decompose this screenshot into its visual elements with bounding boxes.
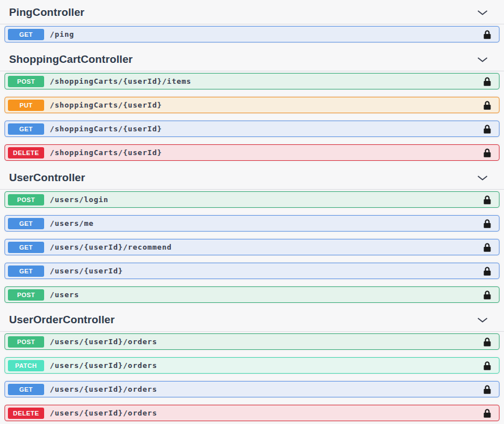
operation-row[interactable]: POST /users bbox=[5, 286, 499, 303]
lock-icon[interactable] bbox=[483, 195, 492, 205]
operation-path: /users/{userId}/orders bbox=[50, 409, 157, 417]
operation-row[interactable]: GET /users/{userId}/orders bbox=[5, 381, 499, 397]
chevron-down-icon[interactable] bbox=[477, 318, 488, 323]
swagger-operations-panel: PingController GET /ping ShoppingCartCon… bbox=[0, 0, 504, 421]
section-title: UserController bbox=[9, 172, 85, 184]
operation-row[interactable]: PUT /shoppingCarts/{userId} bbox=[5, 97, 499, 113]
lock-icon[interactable] bbox=[483, 29, 492, 40]
method-badge: POST bbox=[8, 336, 44, 348]
section-header-ping-controller[interactable]: PingController bbox=[0, 3, 504, 24]
operation-path: /users/{userId}/orders bbox=[50, 385, 157, 393]
method-badge: GET bbox=[8, 29, 44, 40]
section-title: PingController bbox=[9, 6, 84, 19]
lock-icon[interactable] bbox=[483, 148, 492, 158]
operation-path: /users/{userId} bbox=[50, 267, 123, 275]
lock-icon[interactable] bbox=[483, 219, 492, 229]
lock-icon[interactable] bbox=[483, 124, 492, 134]
operation-row[interactable]: DELETE /shoppingCarts/{userId} bbox=[5, 144, 499, 161]
section-title: ShoppingCartController bbox=[9, 53, 133, 66]
chevron-down-icon[interactable] bbox=[477, 175, 488, 181]
section-header-user-controller[interactable]: UserController bbox=[0, 168, 504, 190]
method-badge: GET bbox=[8, 123, 44, 135]
method-badge: PUT bbox=[8, 100, 44, 111]
operation-row[interactable]: POST /shoppingCarts/{userId}/items bbox=[5, 73, 499, 89]
method-badge: POST bbox=[8, 194, 44, 205]
section-user-order-controller: UserOrderController POST /users/{userId}… bbox=[0, 310, 504, 421]
chevron-down-icon[interactable] bbox=[477, 10, 488, 15]
lock-icon[interactable] bbox=[483, 266, 492, 276]
operation-path: /users bbox=[50, 290, 79, 299]
operations-list: POST /users/login GET /users/me GET /use… bbox=[0, 190, 504, 303]
method-badge: GET bbox=[8, 242, 44, 253]
operation-row[interactable]: GET /users/{userId} bbox=[5, 263, 499, 279]
operation-path: /shoppingCarts/{userId}/items bbox=[50, 77, 191, 85]
operation-path: /users/{userId}/orders bbox=[50, 337, 157, 346]
operation-path: /ping bbox=[50, 30, 74, 38]
operation-path: /users/{userId}/recommend bbox=[50, 243, 172, 251]
lock-icon[interactable] bbox=[483, 242, 492, 252]
operations-list: GET /ping bbox=[0, 24, 504, 42]
method-badge: DELETE bbox=[8, 408, 44, 419]
lock-icon[interactable] bbox=[483, 100, 492, 110]
method-badge: GET bbox=[8, 265, 44, 277]
lock-icon[interactable] bbox=[483, 384, 492, 395]
operation-path: /shoppingCarts/{userId} bbox=[50, 125, 162, 133]
operation-path: /shoppingCarts/{userId} bbox=[50, 148, 162, 157]
operation-row[interactable]: POST /users/{userId}/orders bbox=[5, 333, 499, 350]
method-badge: DELETE bbox=[8, 147, 44, 159]
section-user-controller: UserController POST /users/login GET /us… bbox=[0, 168, 504, 303]
operation-row[interactable]: GET /ping bbox=[5, 26, 499, 42]
operations-list: POST /shoppingCarts/{userId}/items PUT /… bbox=[0, 71, 504, 161]
lock-icon[interactable] bbox=[483, 361, 492, 371]
section-ping-controller: PingController GET /ping bbox=[0, 3, 504, 42]
operation-path: /shoppingCarts/{userId} bbox=[50, 101, 162, 109]
method-badge: POST bbox=[8, 289, 44, 301]
operation-row[interactable]: GET /users/{userId}/recommend bbox=[5, 239, 499, 255]
method-badge: GET bbox=[8, 218, 44, 229]
chevron-down-icon[interactable] bbox=[477, 57, 488, 62]
section-header-user-order-controller[interactable]: UserOrderController bbox=[0, 310, 504, 332]
operation-row[interactable]: GET /users/me bbox=[5, 215, 499, 232]
method-badge: POST bbox=[8, 76, 44, 87]
lock-icon[interactable] bbox=[483, 408, 492, 418]
operation-row[interactable]: POST /users/login bbox=[5, 191, 499, 208]
method-badge: PATCH bbox=[8, 360, 44, 371]
operation-row[interactable]: GET /shoppingCarts/{userId} bbox=[5, 121, 499, 137]
operation-row[interactable]: PATCH /users/{userId}/orders bbox=[5, 357, 499, 374]
lock-icon[interactable] bbox=[483, 337, 492, 347]
operation-path: /users/login bbox=[50, 195, 109, 204]
section-title: UserOrderController bbox=[9, 314, 115, 326]
operation-row[interactable]: DELETE /users/{userId}/orders bbox=[5, 405, 499, 421]
operation-path: /users/{userId}/orders bbox=[50, 361, 157, 370]
operations-list: POST /users/{userId}/orders PATCH /users… bbox=[0, 332, 504, 421]
section-shopping-cart-controller: ShoppingCartController POST /shoppingCar… bbox=[0, 50, 504, 161]
lock-icon[interactable] bbox=[483, 76, 492, 87]
operation-path: /users/me bbox=[50, 219, 94, 228]
method-badge: GET bbox=[8, 384, 44, 395]
lock-icon[interactable] bbox=[483, 290, 492, 300]
section-header-shopping-cart-controller[interactable]: ShoppingCartController bbox=[0, 50, 504, 71]
